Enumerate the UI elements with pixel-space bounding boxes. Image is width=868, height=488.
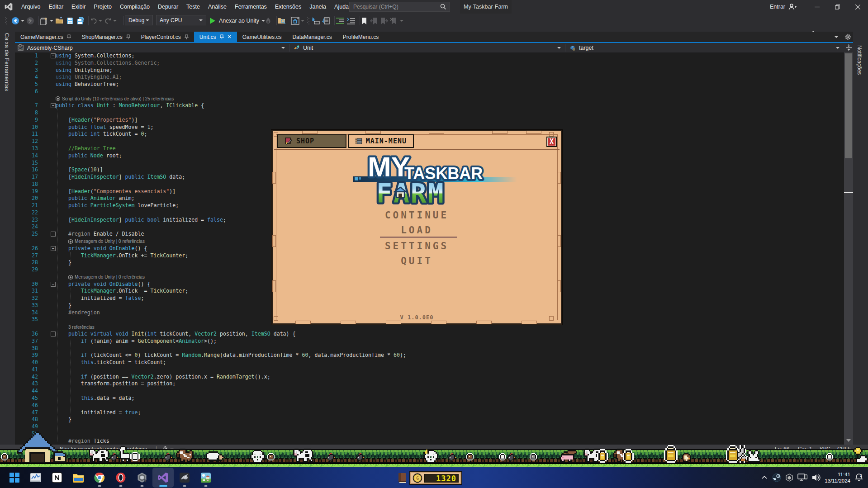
notification-bell-icon[interactable]: z	[854, 473, 863, 482]
menu-compilacao[interactable]: Compilação	[116, 0, 154, 14]
codelens-annotation[interactable]: Mensagem do Unity | 0 referências	[68, 274, 145, 281]
platform-combo[interactable]: Any CPU	[156, 15, 206, 25]
scrollbar-thumb[interactable]	[845, 53, 852, 158]
member-dropdown[interactable]: target	[565, 43, 844, 52]
navigate-to-button[interactable]	[311, 15, 320, 27]
toolbox-tab[interactable]: Caixa de Ferramentas	[4, 33, 10, 91]
navigate-back-button[interactable]	[11, 15, 19, 27]
bookmark-button[interactable]	[360, 15, 368, 27]
fold-marker[interactable]: −	[51, 103, 56, 108]
minimize-button[interactable]	[807, 0, 827, 14]
configuration-combo[interactable]: Debug	[125, 15, 153, 25]
editor-scrollbar[interactable]	[844, 52, 853, 445]
taskbar-app-chrome[interactable]	[89, 468, 110, 488]
codelens-annotation[interactable]: Mensagem do Unity | 0 referências	[68, 238, 145, 245]
game-close-button[interactable]: X	[546, 137, 557, 147]
type-dropdown[interactable]: Unit	[289, 43, 565, 52]
new-project-button[interactable]	[40, 15, 48, 27]
menu-janela[interactable]: Janela	[305, 0, 330, 14]
open-file-button[interactable]	[55, 15, 64, 27]
taskbar-app-visual-studio[interactable]	[152, 468, 174, 488]
tab-gamemanager-cs[interactable]: GameManager.cs	[15, 32, 76, 42]
navigate-back-dropdown-icon[interactable]	[21, 15, 24, 27]
find-in-files-button[interactable]	[277, 15, 286, 27]
previous-bookmark-button[interactable]	[370, 15, 378, 27]
pin-icon[interactable]	[220, 34, 224, 40]
tray-display-icon[interactable]	[797, 474, 807, 482]
peek-definition-button[interactable]	[321, 15, 330, 27]
sign-in-button[interactable]: Entrar	[770, 0, 797, 14]
taskbar-app-opera[interactable]	[110, 468, 131, 488]
game-menu-quit[interactable]: QUIT	[273, 256, 561, 266]
game-menu-settings[interactable]: SETTINGS	[273, 241, 561, 251]
taskbar-app-notion[interactable]	[46, 468, 67, 488]
menu-editar[interactable]: Editar	[44, 0, 67, 14]
menu-extensoes[interactable]: Extensões	[271, 0, 305, 14]
hot-reload-icon[interactable]	[265, 15, 272, 27]
run-button[interactable]: Anexar ao Unity	[209, 15, 259, 27]
taskbar-app-farm-game[interactable]	[195, 468, 216, 488]
tab-playercontrol-cs[interactable]: PlayerControl.cs	[136, 32, 194, 42]
gear-icon[interactable]	[844, 33, 851, 40]
pin-icon[interactable]	[67, 34, 71, 40]
menu-exibir[interactable]: Exibir	[67, 0, 90, 14]
navigate-forward-button[interactable]	[26, 15, 34, 27]
scrollbar-down-arrow-icon[interactable]	[846, 439, 851, 442]
notifications-tab[interactable]: Notificações	[856, 45, 863, 75]
new-project-dropdown-icon[interactable]	[50, 15, 53, 27]
fold-marker[interactable]: −	[51, 232, 56, 237]
tab-profilemenu-cs[interactable]: ProfileMenu.cs	[337, 32, 384, 42]
menu-arquivo[interactable]: Arquivo	[17, 0, 44, 14]
tab-close-icon[interactable]: ✕	[228, 34, 232, 40]
menu-teste[interactable]: Teste	[182, 0, 204, 14]
redo-button[interactable]	[104, 15, 112, 27]
menu-projeto[interactable]: Projeto	[90, 0, 116, 14]
taskbar-app-task-manager[interactable]	[25, 468, 46, 488]
save-button[interactable]	[66, 15, 74, 27]
taskbar-app-gimp[interactable]	[174, 468, 195, 488]
pin-icon[interactable]	[126, 34, 130, 40]
toolbar-overflow-icon[interactable]	[400, 15, 403, 27]
taskbar-app-start[interactable]	[4, 468, 25, 488]
pin-icon[interactable]	[185, 34, 189, 40]
split-editor-button[interactable]	[844, 43, 853, 52]
fold-marker[interactable]: −	[51, 332, 56, 336]
close-button[interactable]	[848, 0, 868, 14]
fold-marker[interactable]: −	[51, 246, 56, 251]
menu-depurar[interactable]: Depurar	[154, 0, 182, 14]
menu-analise[interactable]: Análise	[204, 0, 231, 14]
tray-steam-icon[interactable]	[772, 473, 781, 482]
main-menu-tab[interactable]: MAIN-MENU	[348, 134, 414, 148]
taskbar-app-explorer[interactable]	[67, 468, 89, 488]
status-dropdown-caret[interactable]	[170, 449, 174, 450]
game-menu-load[interactable]: LOAD	[273, 225, 561, 236]
tab-datamanager-cs[interactable]: DataManager.cs	[287, 32, 337, 42]
tab-shopmanager-cs[interactable]: ShopManager.cs	[76, 32, 136, 42]
save-all-button[interactable]	[76, 15, 85, 27]
clear-bookmarks-button[interactable]	[390, 15, 398, 27]
solution-explorer-dropdown-icon[interactable]	[301, 15, 304, 27]
wrench-icon[interactable]	[161, 446, 167, 452]
tray-volume-icon[interactable]	[811, 474, 821, 482]
indent-button[interactable]	[336, 15, 345, 27]
codelens-annotation[interactable]: Script do Unity (10 referências de ativo…	[56, 95, 174, 103]
project-dropdown[interactable]: C# Assembly-CSharp	[15, 43, 289, 52]
undo-button[interactable]	[90, 15, 98, 27]
codelens-annotation[interactable]: 3 referências	[68, 323, 95, 331]
tab-unit-cs[interactable]: Unit.cs✕	[194, 32, 237, 42]
tab-list-dropdown-icon[interactable]	[835, 36, 838, 38]
game-menu-continue[interactable]: CONTINUE	[273, 210, 561, 221]
tray-unity-tray-icon[interactable]	[785, 474, 793, 482]
redo-dropdown-icon[interactable]	[113, 15, 117, 27]
taskbar-clock[interactable]: 11:41 13/11/2024	[825, 471, 850, 484]
shop-tab[interactable]: SHOP	[277, 134, 346, 148]
tab-gameutilities-cs[interactable]: GameUtilities.cs	[237, 32, 287, 42]
fold-marker[interactable]: −	[51, 282, 56, 287]
menu-ferramentas[interactable]: Ferramentas	[231, 0, 271, 14]
tray-chevron-up-icon[interactable]	[761, 474, 768, 481]
undo-dropdown-icon[interactable]	[99, 15, 102, 27]
search-input[interactable]: Pesquisar (Ctrl+Q)	[349, 2, 450, 12]
restore-button[interactable]	[827, 0, 848, 14]
unindent-button[interactable]	[346, 15, 356, 27]
solution-explorer-home-button[interactable]	[291, 15, 299, 27]
